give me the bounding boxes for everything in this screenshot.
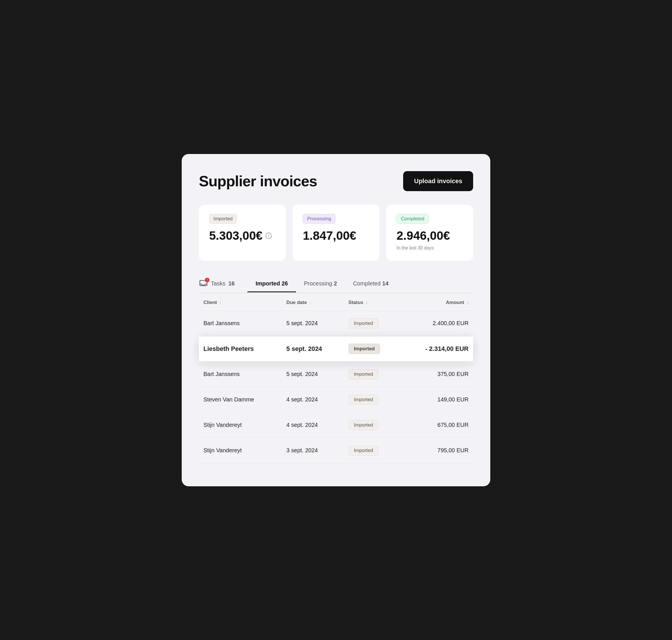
completed-amount: 2.946,00€ [397,229,463,243]
cell-status: Imported [344,336,400,361]
tasks-count: 16 [228,280,235,287]
client-sort-icon: ↕ [219,301,221,305]
cell-due-date: 5 sept. 2024 [282,336,344,361]
tab-imported[interactable]: Imported 26 [247,276,296,292]
tab-tasks[interactable]: ! Tasks 16 [199,275,242,293]
cell-status: Imported [344,387,400,412]
stat-card-completed: Completed 2.946,00€ In the last 30 days [386,205,473,261]
table-row[interactable]: Stijn Vandereyt 4 sept. 2024 Imported 67… [199,412,473,438]
cell-client: Stijn Vandereyt [199,412,282,438]
cell-amount: 675,00 EUR [400,412,473,438]
cell-client: Liesbeth Peeters [199,336,282,361]
col-due-date[interactable]: Due date ↓ [282,293,344,311]
table-header-row: Client ↕ Due date ↓ Status ↕ Amount ↕ [199,293,473,311]
processing-tab-label: Processing [304,280,334,287]
status-badge: Imported [349,369,379,379]
status-badge: Imported [349,395,379,405]
due-date-sort-icon: ↓ [309,301,311,305]
cell-due-date: 4 sept. 2024 [282,412,344,438]
col-status[interactable]: Status ↕ [344,293,400,311]
cell-status: Imported [344,310,400,336]
cell-client: Stijn Vandereyt [199,438,282,463]
completed-subtitle: In the last 30 days [397,245,463,250]
stat-card-processing: Processing 1.847,00€ [293,205,379,261]
cell-status: Imported [344,438,400,463]
processing-amount: 1.847,00€ [303,229,369,243]
table-row[interactable]: Stijn Vandereyt 3 sept. 2024 Imported 79… [199,438,473,463]
cell-due-date: 5 sept. 2024 [282,310,344,336]
app-container: Supplier invoices Upload invoices Import… [182,154,490,486]
cell-client: Bart Janssens [199,361,282,387]
table-row[interactable]: Bart Janssens 5 sept. 2024 Imported 2.40… [199,310,473,336]
cell-due-date: 4 sept. 2024 [282,387,344,412]
processing-badge: Processing [303,214,335,224]
cell-status: Imported [344,361,400,387]
status-badge: Imported [349,318,379,329]
stats-row: Imported 5.303,00€ i Processing 1.847,00… [199,205,473,261]
tab-processing[interactable]: Processing 2 [296,276,345,292]
table-row[interactable]: Bart Janssens 5 sept. 2024 Imported 375,… [199,361,473,387]
cell-amount: 795,00 EUR [400,438,473,463]
col-amount[interactable]: Amount ↕ [400,293,473,311]
tasks-label: Tasks [211,280,225,287]
table-row[interactable]: Steven Van Damme 4 sept. 2024 Imported 1… [199,387,473,412]
status-badge: Imported [349,420,379,430]
completed-badge: Completed [397,214,428,224]
cell-due-date: 3 sept. 2024 [282,438,344,463]
cell-amount: 375,00 EUR [400,361,473,387]
imported-badge: Imported [209,214,237,224]
tab-completed[interactable]: Completed 14 [345,276,397,292]
processing-tab-count: 2 [334,280,337,287]
completed-tab-count: 14 [382,280,389,287]
imported-tab-label: Imported [255,280,281,287]
imported-amount: 5.303,00€ i [209,229,275,243]
tasks-notification-badge: ! [205,278,209,282]
upload-invoices-button[interactable]: Upload invoices [403,171,473,191]
cell-amount: - 2.314,00 EUR [400,336,473,361]
table-row[interactable]: Liesbeth Peeters 5 sept. 2024 Imported -… [199,336,473,361]
status-badge: Imported [349,344,380,354]
imported-tab-count: 26 [282,280,288,287]
stat-card-imported: Imported 5.303,00€ i [199,205,286,261]
cell-client: Steven Van Damme [199,387,282,412]
status-badge: Imported [349,446,379,456]
completed-tab-label: Completed [353,280,382,287]
cell-amount: 149,00 EUR [400,387,473,412]
status-sort-icon: ↕ [366,301,368,305]
inbox-icon: ! [199,279,208,288]
cell-amount: 2.400,00 EUR [400,310,473,336]
invoice-table: Client ↕ Due date ↓ Status ↕ Amount ↕ Ba… [199,293,473,463]
page-header: Supplier invoices Upload invoices [199,171,473,191]
col-client[interactable]: Client ↕ [199,293,282,311]
cell-status: Imported [344,412,400,438]
tabs-row: ! Tasks 16 Imported 26 Processing 2 Comp… [199,275,473,293]
page-title: Supplier invoices [199,173,317,190]
amount-sort-icon: ↕ [467,301,469,305]
cell-client: Bart Janssens [199,310,282,336]
cell-due-date: 5 sept. 2024 [282,361,344,387]
imported-info-icon[interactable]: i [265,233,272,239]
